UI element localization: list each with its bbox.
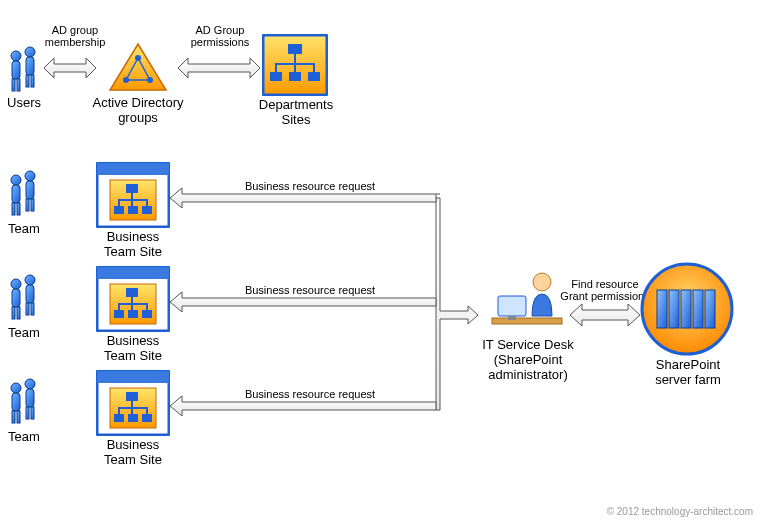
it-desk-label: IT Service Desk (SharePoint administrato… — [466, 338, 590, 383]
team3-icon — [4, 378, 44, 428]
svg-rect-19 — [492, 318, 562, 324]
edge-label-bts1: Business resource request — [230, 180, 390, 192]
svg-rect-24 — [657, 290, 667, 328]
arrow-users-ad — [44, 58, 96, 78]
svg-rect-5 — [26, 57, 34, 75]
team2-label: Team — [0, 326, 48, 341]
bts2-label: Business Team Site — [90, 334, 176, 364]
users-icon — [4, 46, 44, 96]
ad-groups-label: Active Directory groups — [88, 96, 188, 126]
bts3-label: Business Team Site — [90, 438, 176, 468]
svg-rect-6 — [26, 75, 29, 87]
edge-label-bts3: Business resource request — [230, 388, 390, 400]
svg-rect-25 — [669, 290, 679, 328]
svg-rect-7 — [31, 75, 34, 87]
ad-groups-icon — [108, 42, 168, 94]
svg-rect-28 — [705, 290, 715, 328]
footer-copyright: © 2012 technology-architect.com — [607, 506, 753, 517]
sp-farm-label: SharePoint server farm — [640, 358, 736, 388]
sp-farm-icon — [640, 262, 734, 356]
arrow-trunk — [170, 188, 478, 416]
arrow-ad-dept — [178, 58, 260, 78]
svg-rect-15 — [288, 44, 302, 54]
bts2-icon — [96, 266, 170, 332]
svg-rect-20 — [498, 296, 526, 316]
bts3-icon — [96, 370, 170, 436]
svg-point-22 — [533, 273, 551, 291]
arrow-it-sp — [570, 304, 640, 326]
bts1-label: Business Team Site — [90, 230, 176, 260]
it-desk-icon — [488, 266, 566, 336]
svg-rect-27 — [693, 290, 703, 328]
svg-rect-21 — [508, 316, 516, 320]
dept-sites-icon — [262, 34, 328, 96]
svg-rect-18 — [308, 72, 320, 81]
svg-point-4 — [25, 47, 35, 57]
dept-sites-label: Departments Sites — [248, 98, 344, 128]
svg-rect-26 — [681, 290, 691, 328]
edge-label-bts2: Business resource request — [230, 284, 390, 296]
team1-icon — [4, 170, 44, 220]
svg-rect-3 — [17, 79, 20, 91]
diagram-canvas: AD group membership AD Group permissions… — [0, 0, 759, 521]
svg-rect-1 — [12, 61, 20, 79]
svg-rect-2 — [12, 79, 15, 91]
edge-label-users-ad: AD group membership — [40, 24, 110, 48]
users-label: Users — [0, 96, 48, 111]
team1-label: Team — [0, 222, 48, 237]
team2-icon — [4, 274, 44, 324]
team3-label: Team — [0, 430, 48, 445]
svg-rect-17 — [289, 72, 301, 81]
svg-point-0 — [11, 51, 21, 61]
edge-label-ad-dept: AD Group permissions — [185, 24, 255, 48]
bts1-icon — [96, 162, 170, 228]
svg-rect-16 — [270, 72, 282, 81]
